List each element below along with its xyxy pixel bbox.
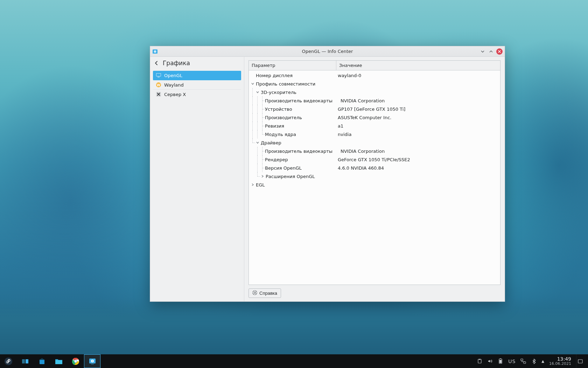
- window-close-button[interactable]: [496, 48, 503, 55]
- column-header-param[interactable]: Параметр: [249, 61, 336, 70]
- folder-icon: [55, 357, 63, 366]
- clipboard-icon[interactable]: [477, 359, 482, 364]
- tree-row-manufacturer[interactable]: Производитель ASUSTeK Computer Inc.: [249, 113, 500, 122]
- sidebar-heading: Графика: [163, 60, 190, 67]
- clock-time: 13:49: [549, 356, 571, 362]
- chevron-down-icon[interactable]: [255, 90, 260, 95]
- system-tray: US ▲ 13:49 16.06.2021: [472, 354, 588, 368]
- tree-row-device[interactable]: Устройство GP107 [GeForce GTX 1050 Ti]: [249, 105, 500, 113]
- sidebar-item-wayland[interactable]: W Wayland: [153, 80, 241, 90]
- show-desktop-button[interactable]: [576, 354, 584, 368]
- sidebar-item-label: OpenGL: [164, 73, 182, 78]
- svg-rect-3: [155, 51, 155, 52]
- svg-rect-29: [499, 360, 502, 363]
- info-center-icon: [88, 357, 97, 366]
- column-header-value[interactable]: Значение: [336, 61, 500, 70]
- svg-rect-23: [92, 361, 92, 362]
- tree-row-gl-ext[interactable]: Расширения OpenGL: [249, 172, 500, 180]
- workspaces-icon: [21, 357, 29, 366]
- window-title: OpenGL — Info Center: [150, 49, 505, 54]
- chrome-icon: [71, 357, 80, 366]
- tree-row-profile[interactable]: Профиль совместимости: [249, 80, 500, 88]
- info-center-icon: [152, 49, 158, 54]
- sidebar-item-label: Сервер X: [164, 92, 186, 97]
- chevron-down-icon[interactable]: [250, 81, 255, 86]
- taskbar-app-discover[interactable]: [34, 354, 50, 368]
- window-minimize-button[interactable]: [479, 48, 486, 55]
- monitor-icon: [156, 73, 161, 78]
- keyboard-layout-indicator[interactable]: US: [508, 359, 516, 364]
- svg-rect-26: [479, 359, 481, 360]
- chevron-right-icon[interactable]: [260, 174, 265, 179]
- svg-rect-25: [478, 359, 481, 363]
- info-center-window: OpenGL — Info Center Графика: [150, 46, 505, 302]
- svg-rect-22: [92, 360, 92, 360]
- svg-text:W: W: [157, 83, 160, 87]
- task-view-button[interactable]: [17, 354, 34, 368]
- svg-rect-16: [55, 360, 62, 364]
- fedora-logo-icon: [4, 357, 13, 366]
- svg-rect-5: [156, 74, 161, 76]
- svg-rect-24: [91, 364, 94, 364]
- taskbar: US ▲ 13:49 16.06.2021: [0, 354, 588, 368]
- sidebar-item-label: Wayland: [164, 82, 184, 88]
- svg-point-19: [74, 360, 76, 362]
- shopping-bag-icon: [38, 357, 46, 366]
- clock[interactable]: 13:49 16.06.2021: [549, 356, 571, 366]
- sidebar-item-opengl[interactable]: OpenGL: [153, 71, 241, 80]
- xorg-icon: [156, 91, 161, 97]
- window-titlebar[interactable]: OpenGL — Info Center: [150, 46, 505, 57]
- taskbar-app-infocenter[interactable]: [84, 354, 101, 368]
- back-button[interactable]: [153, 60, 160, 67]
- wayland-icon: W: [156, 82, 161, 88]
- svg-rect-15: [40, 360, 44, 364]
- chevron-down-icon[interactable]: [255, 140, 260, 145]
- volume-icon[interactable]: [487, 359, 493, 364]
- svg-rect-14: [26, 359, 28, 363]
- tray-expand-icon[interactable]: ▲: [541, 359, 544, 363]
- tree-row-gl-version[interactable]: Версия OpenGL 4.6.0 NVIDIA 460.84: [249, 164, 500, 172]
- help-icon: [252, 290, 257, 296]
- tree-row-display-number[interactable]: Номер дисплея wayland-0: [249, 71, 500, 80]
- bluetooth-icon[interactable]: [531, 359, 537, 364]
- sidebar-item-xserver[interactable]: Сервер X: [153, 90, 241, 99]
- tree-row-accel[interactable]: 3D-ускоритель: [249, 88, 500, 96]
- clock-date: 16.06.2021: [549, 362, 571, 366]
- tree-row-driver[interactable]: Драйвер: [249, 138, 500, 147]
- tree-row-revision[interactable]: Ревизия a1: [249, 122, 500, 130]
- window-maximize-button[interactable]: [488, 48, 494, 55]
- svg-rect-30: [521, 359, 523, 361]
- svg-point-11: [254, 292, 256, 294]
- tree-row-kmod[interactable]: Модуль ядра nvidia: [249, 130, 500, 138]
- tree-row-renderer[interactable]: Рендерер GeForce GTX 1050 Ti/PCIe/SSE2: [249, 155, 500, 164]
- tree-row-gpu-vendor[interactable]: Производитель видеокарты NVIDIA Corporat…: [249, 96, 500, 105]
- svg-rect-6: [158, 77, 160, 77]
- svg-rect-32: [578, 360, 582, 363]
- tree-row-drv-vendor[interactable]: Производитель видеокарты NVIDIA Corporat…: [249, 147, 500, 155]
- svg-rect-13: [22, 359, 25, 363]
- network-icon[interactable]: [520, 359, 526, 364]
- help-button[interactable]: Справка: [248, 288, 281, 298]
- svg-rect-31: [524, 362, 526, 363]
- svg-rect-2: [155, 50, 155, 51]
- battery-icon[interactable]: [498, 359, 503, 364]
- sidebar: Графика OpenGL W Wayland: [150, 57, 244, 301]
- start-menu-button[interactable]: [0, 354, 17, 368]
- svg-rect-28: [500, 359, 501, 359]
- properties-tree: Параметр Значение Номер дисплея wayland-…: [248, 60, 500, 285]
- chevron-right-icon[interactable]: [250, 182, 255, 187]
- taskbar-app-files[interactable]: [50, 354, 67, 368]
- taskbar-app-chrome[interactable]: [67, 354, 84, 368]
- tree-row-egl[interactable]: EGL: [249, 180, 500, 189]
